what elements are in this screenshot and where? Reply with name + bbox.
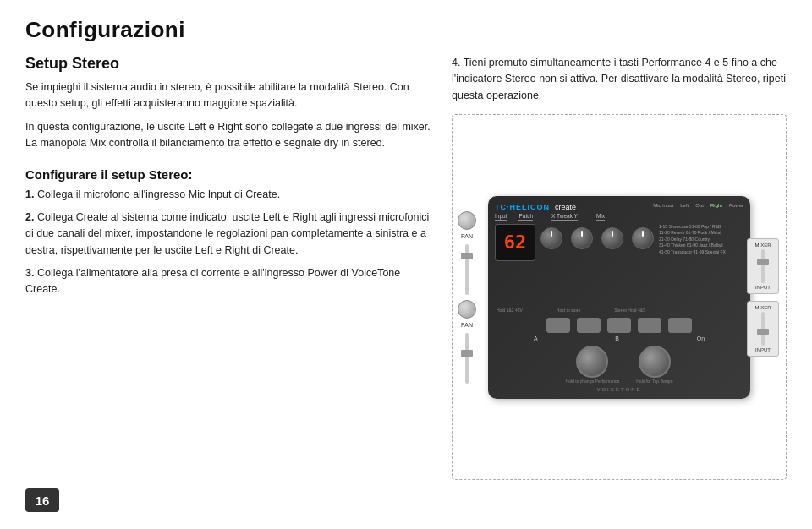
btn-5 — [668, 318, 692, 333]
mixer-panel-1-label: MIXER — [754, 243, 771, 248]
ab-labels: A B On — [495, 335, 743, 341]
content-area: Setup Stereo Se impieghi il sistema audi… — [25, 55, 787, 480]
device-knobs — [540, 227, 654, 249]
mixer-panel-1-sublabel: INPUT — [755, 285, 771, 290]
step-2-text: Collega Create al sistema come indicato:… — [25, 211, 429, 256]
label-b: B — [615, 335, 619, 341]
step-1: 1. Collega il microfono all'ingresso Mic… — [25, 187, 435, 203]
step-3: 3. Collega l'alimentatore alla presa di … — [25, 265, 435, 298]
device-bottom-row: Hold to change Performance Hold for Tap … — [495, 346, 743, 384]
knob-4 — [632, 227, 654, 249]
pan-knob-2 — [458, 300, 476, 319]
device-list: 1-10 Showcase 51-60 Pop / R&B 11-20 Reve… — [659, 224, 731, 256]
big-knob-2 — [639, 346, 671, 378]
step4-text: 4. Tieni premuto simultaneamente i tasti… — [452, 55, 787, 104]
device-tabs: Input Patch X Tweak Y Mix — [495, 213, 743, 221]
device-small-labels: Hold 1&2 48V Hold to store Stereo Hold 4… — [495, 308, 743, 313]
port-power: Power — [729, 203, 743, 211]
tab-patch: Patch — [518, 213, 533, 221]
btn-4 — [638, 318, 661, 333]
stereo-label: Stereo Hold 4&5 — [614, 308, 645, 313]
device-buttons-row — [495, 318, 743, 333]
page-title: Configurazioni — [25, 17, 787, 43]
hold-store-label: Hold to store — [557, 308, 580, 313]
left-slider-handle-2 — [461, 350, 473, 357]
ports-labels: Mic input Left Out Right Power — [653, 203, 743, 211]
footer-bar: 16 — [25, 480, 787, 512]
label-on: On — [697, 335, 705, 341]
step-1-number: 1. — [25, 188, 34, 200]
mixer-panel-2-label: MIXER — [754, 305, 771, 310]
port-mic: Mic input — [653, 203, 673, 211]
knob-2 — [571, 227, 593, 249]
btn-3 — [607, 318, 631, 333]
intro-text: Se impieghi il sistema audio in stereo, … — [25, 79, 435, 112]
list-item-2: 11-20 Reverb 61-70 Rock / Metal — [659, 230, 731, 237]
pan-knob-1 — [458, 211, 476, 230]
knob-3 — [601, 227, 623, 249]
big-knob-1-container: Hold to change Performance — [566, 346, 620, 384]
left-slider-track-2 — [465, 333, 469, 384]
left-slider-track — [465, 244, 469, 295]
pan-knob-left-1: PAN — [458, 211, 476, 239]
device-body: TC·HELICON create Mic input Left Out Rig… — [488, 196, 750, 399]
section-title: Setup Stereo — [25, 55, 435, 73]
device-illustration: PAN PAN — [452, 114, 787, 480]
left-column: Setup Stereo Se impieghi il sistema audi… — [25, 55, 435, 480]
mixer-slider-handle-2 — [757, 329, 769, 335]
port-out: Out — [695, 203, 704, 211]
tab-mix: Mix — [596, 213, 605, 221]
step-1-text: Collega il microfono all'ingresso Mic In… — [37, 188, 280, 200]
left-mixer-panels: PAN PAN — [458, 211, 476, 384]
step-3-text: Collega l'alimentatore alla presa di cor… — [25, 267, 400, 295]
right-mixer-panels: MIXER INPUT MIXER INPUT — [747, 123, 779, 471]
btn-1 — [546, 318, 570, 333]
step-2: 2. Collega Create al sistema come indica… — [25, 210, 435, 259]
mixer-panel-2-sublabel: INPUT — [755, 347, 771, 352]
device-brand: TC·HELICON — [495, 203, 550, 211]
config-text: In questa configurazione, le uscite Left… — [25, 119, 435, 152]
tap-tempo-label: Hold for Tap Tempo — [636, 379, 672, 384]
label-a: A — [534, 335, 538, 341]
port-left: Left — [680, 203, 689, 211]
list-item-4: 31-40 Thicken 81-90 Jazz / Ballad — [659, 243, 731, 249]
btn-2 — [577, 318, 601, 333]
steps-title: Configurare il setup Stereo: — [25, 167, 435, 182]
pan-knob-left-2: PAN — [458, 300, 476, 328]
tab-input: Input — [495, 213, 507, 221]
port-right: Right — [710, 203, 722, 211]
left-slider-handle — [461, 253, 473, 259]
device-model: create — [555, 203, 576, 211]
pan-label-1: PAN — [461, 233, 473, 239]
device-brand-area: TC·HELICON create — [495, 203, 576, 211]
step-3-number: 3. — [25, 267, 34, 279]
list-item-1: 1-10 Showcase 51-60 Pop / R&B — [659, 224, 731, 231]
pan-label-2: PAN — [461, 322, 473, 328]
mixer-slider-1 — [761, 249, 765, 283]
page-container: Configurazioni Setup Stereo Se impieghi … — [0, 0, 812, 529]
page-number-badge: 16 — [25, 488, 59, 512]
list-item-3: 21-30 Delay 71-80 Country — [659, 237, 731, 243]
device-middle: 62 1-10 Showcase 51-60 Pop / R&B 11-20 — [495, 224, 743, 308]
big-knob-2-container: Hold for Tap Tempo — [636, 346, 672, 384]
tab-tweak: X Tweak Y — [551, 213, 578, 221]
mixer-slider-2 — [761, 312, 765, 346]
list-item-5: 41-50 Transducer 91-99 Special FX — [659, 249, 731, 256]
mixer-slider-handle-1 — [757, 259, 769, 265]
mixer-panel-2: MIXER INPUT — [747, 301, 779, 357]
knob-1 — [540, 227, 562, 249]
mixer-panel-1: MIXER INPUT — [747, 238, 779, 294]
device-footer: VOICETONE — [495, 387, 743, 392]
step-2-number: 2. — [25, 211, 34, 223]
device-header: TC·HELICON create Mic input Left Out Rig… — [495, 203, 743, 211]
hold-label: Hold 1&2 48V — [497, 308, 523, 313]
hold-perf-label: Hold to change Performance — [566, 379, 620, 384]
device-display: 62 — [495, 224, 535, 261]
big-knob-1 — [576, 346, 608, 378]
right-column: 4. Tieni premuto simultaneamente i tasti… — [452, 55, 787, 480]
